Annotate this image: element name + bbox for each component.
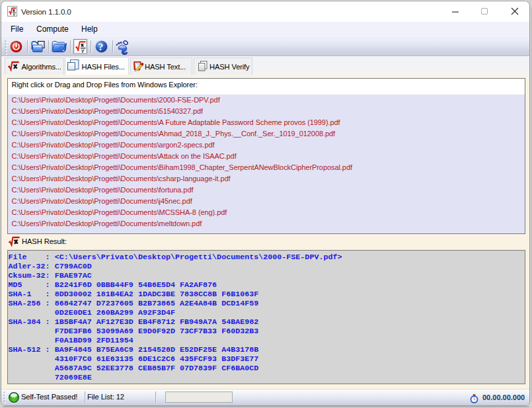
svg-text:?: ? <box>98 41 104 52</box>
